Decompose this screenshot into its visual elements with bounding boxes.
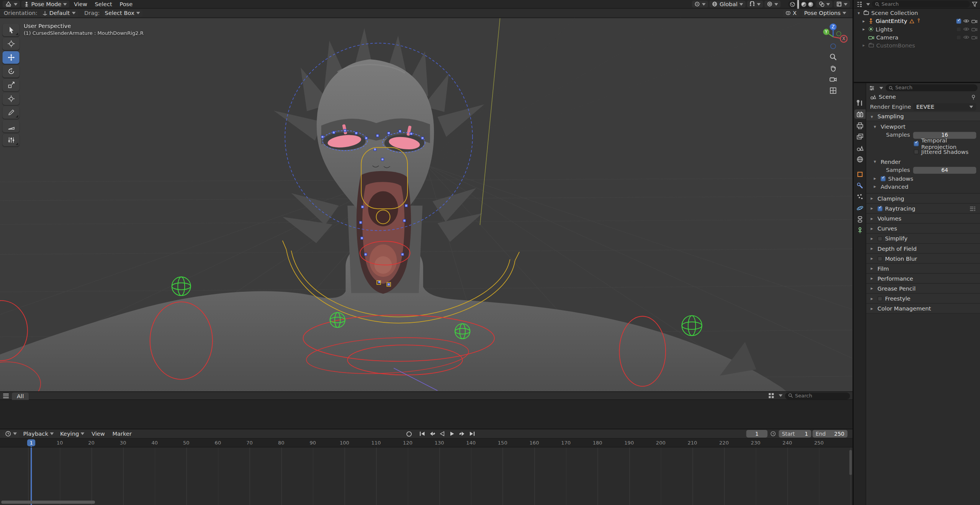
panel-curves[interactable]: ▸ Curves: [866, 224, 980, 234]
x-mirror-toggle[interactable]: X: [783, 10, 799, 16]
jump-to-start-button[interactable]: [419, 431, 425, 437]
next-keyframe-button[interactable]: [459, 431, 466, 437]
panel-color-management[interactable]: ▸ Color Management: [866, 304, 980, 314]
properties-tab-world[interactable]: [854, 154, 865, 163]
shading-rendered-icon[interactable]: [808, 2, 813, 7]
eye-icon[interactable]: [963, 27, 969, 31]
disclosure-icon[interactable]: ▸: [861, 18, 866, 23]
outliner-filter-button[interactable]: [972, 1, 978, 7]
chevron-down-icon[interactable]: [879, 87, 883, 89]
playhead-line[interactable]: [31, 448, 32, 505]
tool-cursor[interactable]: [3, 38, 20, 50]
properties-search-input[interactable]: [895, 85, 975, 91]
properties-tab-view-layer[interactable]: [854, 132, 865, 141]
axis-gizmo[interactable]: Z Y X: [819, 21, 847, 50]
outliner-editor-type-button[interactable]: [856, 1, 862, 7]
shadows-checkbox[interactable]: [880, 176, 885, 181]
render-camera-icon[interactable]: [971, 26, 977, 31]
tool-scale[interactable]: [3, 79, 20, 92]
panel-volumes[interactable]: ▸ Volumes: [866, 214, 980, 224]
eye-icon[interactable]: [963, 19, 969, 23]
timeline-track-area[interactable]: [0, 448, 852, 505]
play-button[interactable]: [449, 431, 456, 437]
playhead-chip[interactable]: 1: [27, 440, 35, 446]
playback-menu[interactable]: Playback: [21, 430, 56, 437]
keying-menu[interactable]: Keying: [57, 430, 87, 437]
snapping-dropdown[interactable]: [747, 1, 763, 8]
render-engine-dropdown[interactable]: EEVEE: [913, 103, 976, 111]
properties-tab-output[interactable]: [854, 121, 865, 130]
render-camera-icon[interactable]: [971, 35, 977, 40]
pose-options-dropdown[interactable]: Pose Options: [802, 10, 849, 16]
chevron-down-icon[interactable]: [866, 3, 870, 5]
properties-tab-physics[interactable]: [854, 203, 865, 212]
viewport-canvas[interactable]: User Perspective (1) CursedSlenderArmatu…: [0, 18, 852, 391]
selectable-checkbox[interactable]: [956, 26, 961, 31]
timeline-view-menu[interactable]: View: [88, 429, 108, 438]
disclosure-icon[interactable]: ▾: [856, 10, 861, 15]
tool-select-box[interactable]: [3, 24, 20, 36]
tool-measure[interactable]: [3, 120, 20, 132]
tool-move[interactable]: [3, 51, 20, 64]
orientation-default-dropdown[interactable]: Default: [40, 10, 78, 16]
panel-performance[interactable]: ▸ Performance: [866, 274, 980, 284]
pivot-point-dropdown[interactable]: [692, 1, 708, 8]
disclosure-icon[interactable]: ▸: [861, 43, 866, 48]
panel-motion-blur[interactable]: ▸ Motion Blur: [866, 254, 980, 264]
jump-to-end-button[interactable]: [469, 431, 476, 437]
pan-button[interactable]: [828, 63, 838, 72]
panel-film[interactable]: ▸ Film: [866, 264, 980, 274]
outliner-search-input[interactable]: [882, 1, 967, 7]
raytracing-checkbox[interactable]: [877, 206, 882, 211]
frame-end-field[interactable]: End 250: [813, 430, 847, 438]
properties-search[interactable]: [886, 84, 978, 91]
shelf-display-grid-button[interactable]: [768, 392, 774, 399]
advanced-row[interactable]: ▸ Advanced: [866, 183, 980, 191]
outliner-row-lights[interactable]: ▸ Lights: [854, 25, 980, 33]
timeline-ruler[interactable]: 1 10 20 30 40 50 60 70 80 90 100 110 120…: [0, 439, 852, 448]
tool-transform[interactable]: [3, 93, 20, 105]
pin-icon[interactable]: [970, 94, 976, 100]
menu-view[interactable]: View: [71, 0, 90, 8]
drag-mode-dropdown[interactable]: Select Box: [102, 10, 142, 16]
timeline-editor-type-button[interactable]: [3, 430, 20, 437]
shelf-menu-button[interactable]: [3, 393, 10, 399]
outliner-search[interactable]: [872, 1, 970, 8]
proportional-editing-dropdown[interactable]: [764, 1, 780, 8]
freestyle-checkbox[interactable]: [877, 296, 882, 301]
panel-raytracing[interactable]: ▸ Raytracing: [866, 204, 980, 214]
current-frame-field[interactable]: 1: [746, 430, 767, 438]
editor-type-button[interactable]: [3, 1, 20, 8]
chevron-down-icon[interactable]: [779, 394, 782, 397]
outliner-row-camera[interactable]: Camera: [854, 33, 980, 41]
tool-pose-breakdowner[interactable]: [3, 134, 20, 146]
auto-keying-toggle[interactable]: [406, 430, 412, 437]
menu-select[interactable]: Select: [92, 0, 115, 8]
motion-blur-checkbox[interactable]: [877, 256, 882, 261]
subpanel-viewport-header[interactable]: ▾ Viewport: [866, 123, 980, 131]
properties-tab-scene[interactable]: [854, 143, 865, 152]
asset-shelf-content[interactable]: [0, 400, 852, 430]
frame-start-field[interactable]: Start 1: [779, 430, 811, 438]
prev-keyframe-button[interactable]: [429, 431, 435, 437]
properties-tab-particles[interactable]: [854, 192, 865, 201]
outliner-row-scene-collection[interactable]: ▾ Scene Collection: [854, 9, 980, 17]
jittered-shadows-checkbox[interactable]: [914, 149, 919, 154]
properties-tab-constraints[interactable]: [854, 214, 865, 224]
zoom-button[interactable]: [828, 52, 838, 61]
selectable-checkbox[interactable]: [956, 18, 961, 23]
shading-material-icon[interactable]: [801, 2, 806, 7]
camera-view-button[interactable]: [828, 74, 838, 83]
shelf-search[interactable]: [785, 392, 850, 399]
ortho-toggle-button[interactable]: [828, 86, 838, 95]
panel-grease-pencil[interactable]: ▸ Grease Pencil: [866, 284, 980, 294]
temporal-reprojection-checkbox[interactable]: [914, 141, 919, 146]
panel-clamping[interactable]: ▸ Clamping: [866, 194, 980, 204]
shading-wireframe-icon[interactable]: [790, 2, 795, 7]
properties-tab-render[interactable]: [854, 109, 865, 119]
shelf-search-input[interactable]: [795, 393, 839, 399]
mode-dropdown[interactable]: Pose Mode: [21, 1, 69, 8]
timeline-horizontal-scrollbar[interactable]: [1, 501, 95, 504]
subpanel-render-header[interactable]: ▾ Render: [866, 157, 980, 165]
panel-freestyle[interactable]: ▸ Freestyle: [866, 294, 980, 304]
